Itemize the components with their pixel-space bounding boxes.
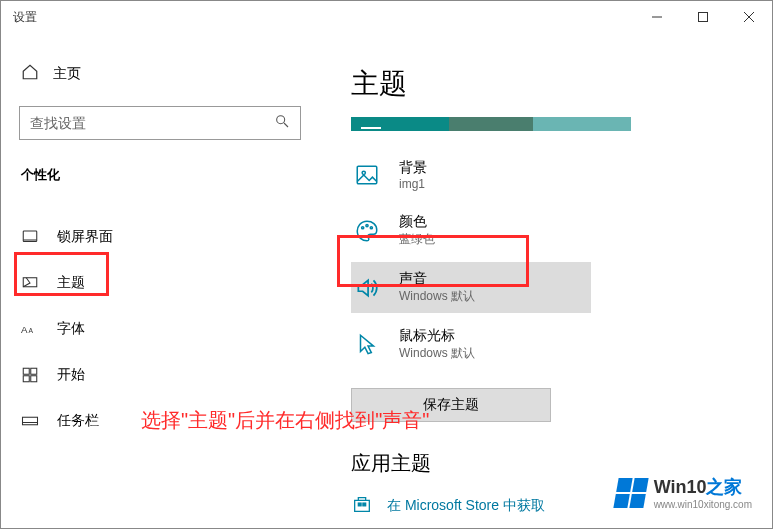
cursor-icon [353,331,381,359]
nav-label: 开始 [57,366,85,384]
svg-text:A: A [29,327,34,334]
minimize-button[interactable] [634,1,680,33]
search-input[interactable] [30,115,274,131]
svg-rect-15 [23,417,38,425]
titlebar: 设置 [1,1,772,33]
setting-cursor[interactable]: 鼠标光标Windows 默认 [351,319,591,370]
page-title: 主题 [351,65,772,103]
setting-value: img1 [399,177,427,191]
nav-themes[interactable]: 主题 [19,260,303,306]
setting-label: 背景 [399,159,427,177]
store-link-label: 在 Microsoft Store 中获取 [387,497,545,515]
nav-label: 主题 [57,274,85,292]
setting-label: 颜色 [399,213,435,231]
window-title: 设置 [13,9,37,26]
svg-rect-22 [358,503,361,506]
picture-icon [353,161,381,189]
speaker-icon [353,274,381,302]
setting-value: Windows 默认 [399,345,475,362]
home-icon [21,63,39,84]
nav-start[interactable]: 开始 [19,352,303,398]
store-icon [351,493,373,518]
annotation-text: 选择"主题"后并在右侧找到"声音" [141,407,429,434]
windows-logo-icon [613,478,648,508]
svg-rect-17 [357,166,377,183]
svg-rect-1 [699,13,708,22]
main-content: 主题 背景img1 颜色蓝绿色 声音Windows 默认 鼠标光标Windows… [321,33,772,528]
maximize-button[interactable] [680,1,726,33]
svg-point-20 [366,224,368,226]
svg-rect-12 [31,368,37,374]
home-label: 主页 [53,65,81,83]
apply-theme-header: 应用主题 [351,450,772,477]
nav-lockscreen[interactable]: 锁屏界面 [19,214,303,260]
start-icon [21,366,39,384]
svg-point-4 [277,116,285,124]
svg-rect-13 [23,376,29,382]
setting-color[interactable]: 颜色蓝绿色 [351,205,591,256]
watermark: Win10之家 www.win10xitong.com [616,475,752,510]
nav-label: 任务栏 [57,412,99,430]
svg-rect-11 [23,368,29,374]
nav-label: 字体 [57,320,85,338]
search-icon [274,113,290,133]
lockscreen-icon [21,228,39,246]
nav-label: 锁屏界面 [57,228,113,246]
category-label: 个性化 [19,166,303,184]
home-link[interactable]: 主页 [19,63,303,84]
setting-label: 声音 [399,270,475,288]
sidebar: 主页 个性化 锁屏界面 主题 AA 字体 [1,33,321,528]
setting-background[interactable]: 背景img1 [351,151,591,199]
close-button[interactable] [726,1,772,33]
themes-icon [21,274,39,292]
svg-point-19 [362,226,364,228]
theme-preview-strip [351,117,631,131]
nav-fonts[interactable]: AA 字体 [19,306,303,352]
svg-text:A: A [21,324,28,335]
svg-line-5 [284,123,288,127]
setting-value: Windows 默认 [399,288,475,305]
search-box[interactable] [19,106,301,140]
svg-point-21 [370,226,372,228]
setting-label: 鼠标光标 [399,327,475,345]
svg-rect-14 [31,376,37,382]
taskbar-icon [21,412,39,430]
fonts-icon: AA [21,320,39,338]
palette-icon [353,217,381,245]
setting-sound[interactable]: 声音Windows 默认 [351,262,591,313]
setting-value: 蓝绿色 [399,231,435,248]
svg-rect-23 [363,503,366,506]
